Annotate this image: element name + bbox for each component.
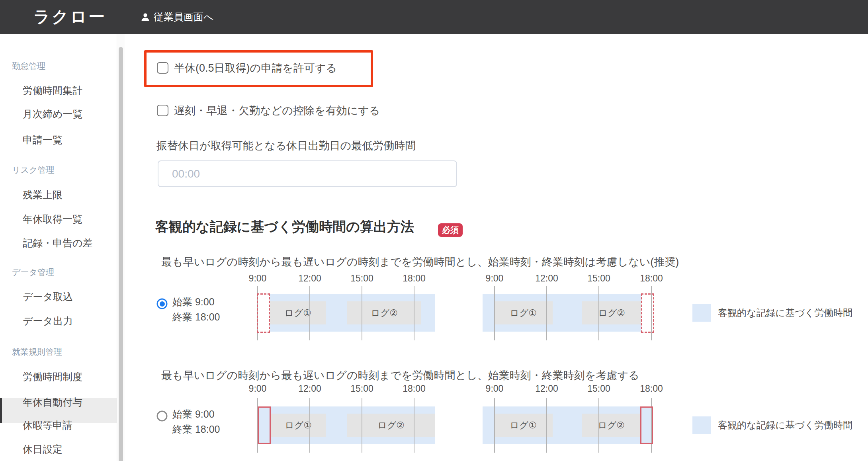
sidebar-active-item-indicator (0, 398, 2, 423)
section-title: 客観的な記録に基づく労働時間の算出方法 (155, 218, 414, 236)
employee-screen-link[interactable]: 従業員画面へ (141, 0, 214, 34)
work-end-label: 終業 18:00 (172, 423, 220, 436)
timeline-tick-line (414, 398, 414, 453)
sidebar-section-label: データ管理 (12, 267, 54, 278)
legend-label: 客観的な記録に基づく労働時間 (718, 419, 852, 432)
boundary-marker-dashed (641, 293, 654, 333)
log-block: ログ① (271, 414, 326, 437)
timeline-tick-line (598, 286, 599, 340)
sidebar-item-2-0[interactable]: データ取込 (23, 290, 73, 303)
page: 勤怠管理労働時間集計月次締め一覧申請一覧リスク管理残業上限年休取得一覧記録・申告… (0, 0, 868, 461)
timeline-tick-line (494, 286, 495, 340)
work-start-label: 始業 9:00 (172, 295, 215, 309)
app-logo[interactable]: ラクロー (33, 0, 106, 34)
employee-screen-link-label: 従業員画面へ (154, 10, 214, 23)
boundary-marker-solid (640, 406, 653, 444)
timeline-tick-label: 9:00 (249, 273, 267, 284)
boundary-marker-dashed (257, 293, 270, 333)
calc-method-radio-2[interactable] (157, 411, 168, 422)
timeline-tick-line (546, 398, 547, 453)
timeline-tick-label: 15:00 (350, 383, 373, 394)
sidebar-section-label: リスク管理 (12, 164, 54, 176)
legend-label: 客観的な記録に基づく労働時間 (718, 307, 852, 319)
required-badge: 必須 (438, 223, 463, 237)
sidebar-item-3-3[interactable]: 休日設定 (23, 443, 63, 456)
log-block: ログ① (270, 301, 326, 324)
sidebar-item-0-0[interactable]: 労働時間集計 (23, 84, 82, 97)
min-hours-input[interactable] (158, 160, 457, 187)
timeline-tick-label: 15:00 (350, 273, 373, 284)
timeline-tick-label: 12:00 (298, 273, 321, 284)
timeline-tick-label: 15:00 (587, 273, 610, 284)
log-block: ログ② (582, 414, 640, 437)
timeline-tick-label: 18:00 (640, 273, 663, 284)
min-hours-field-label: 振替休日が取得可能となる休日出勤日の最低労働時間 (156, 139, 416, 153)
sidebar-item-3-2[interactable]: 休暇等申請 (23, 419, 72, 432)
log-block: ログ② (347, 301, 421, 324)
sidebar-section-label: 勤怠管理 (12, 61, 45, 72)
boundary-marker-solid (258, 406, 271, 444)
timeline-tick-label: 9:00 (249, 383, 267, 394)
timeline-tick-line (494, 398, 495, 453)
timeline-tick-label: 18:00 (640, 383, 663, 394)
timeline-tick-line (362, 398, 362, 453)
sidebar-item-active[interactable]: 労働時間制度 (23, 370, 82, 383)
deduction-checkbox[interactable] (157, 105, 168, 116)
timeline-tick-label: 18:00 (403, 383, 426, 394)
log-block: ログ① (494, 414, 553, 437)
timeline-tick-label: 12:00 (535, 383, 558, 394)
sidebar: 勤怠管理労働時間集計月次締め一覧申請一覧リスク管理残業上限年休取得一覧記録・申告… (0, 34, 117, 461)
app-header: ラクロー 従業員画面へ (0, 0, 868, 34)
sidebar-section-label: 就業規則管理 (12, 346, 62, 357)
log-block: ログ② (582, 301, 641, 324)
timeline-tick-line (598, 398, 599, 453)
option-description: 最も早いログの時刻から最も遅いログの時刻までを労働時間とし、始業時刻・終業時刻を… (161, 368, 639, 383)
sidebar-item-2-1[interactable]: データ出力 (23, 314, 73, 328)
sidebar-item-1-1[interactable]: 年休取得一覧 (23, 213, 82, 226)
annotation-highlight-box (144, 50, 373, 87)
log-block: ログ② (347, 414, 435, 437)
legend-swatch (692, 304, 711, 322)
work-end-label: 終業 18:00 (172, 311, 220, 324)
timeline-tick-label: 15:00 (587, 383, 610, 394)
timeline-tick-label: 9:00 (486, 273, 504, 284)
timeline-tick-label: 12:00 (535, 273, 558, 284)
legend-swatch (692, 416, 711, 434)
deduction-checkbox-label: 遅刻・早退・欠勤などの控除を有効にする (174, 104, 380, 118)
timeline-tick-label: 18:00 (403, 273, 426, 284)
calc-method-radio-1[interactable] (157, 299, 168, 309)
timeline-tick-line (546, 286, 547, 340)
timeline-tick-line (309, 286, 310, 340)
sidebar-item-1-0[interactable]: 残業上限 (23, 188, 63, 201)
timeline-tick-label: 12:00 (298, 383, 321, 394)
sidebar-item-3-1[interactable]: 年休自動付与 (23, 396, 82, 409)
timeline-tick-line (414, 286, 414, 340)
timeline-tick-label: 9:00 (486, 383, 504, 394)
work-start-label: 始業 9:00 (172, 408, 215, 421)
sidebar-scrollbar-thumb[interactable] (119, 47, 123, 461)
sidebar-item-0-2[interactable]: 申請一覧 (23, 133, 63, 147)
timeline-tick-line (362, 286, 362, 340)
option-description: 最も早いログの時刻から最も遅いログの時刻までを労働時間とし、始業時刻・終業時刻は… (161, 255, 679, 269)
log-block: ログ① (494, 301, 553, 324)
timeline-tick-line (309, 398, 310, 453)
sidebar-item-0-1[interactable]: 月次締め一覧 (23, 107, 83, 121)
person-icon (141, 12, 150, 22)
sidebar-item-1-2[interactable]: 記録・申告の差 (23, 236, 93, 250)
